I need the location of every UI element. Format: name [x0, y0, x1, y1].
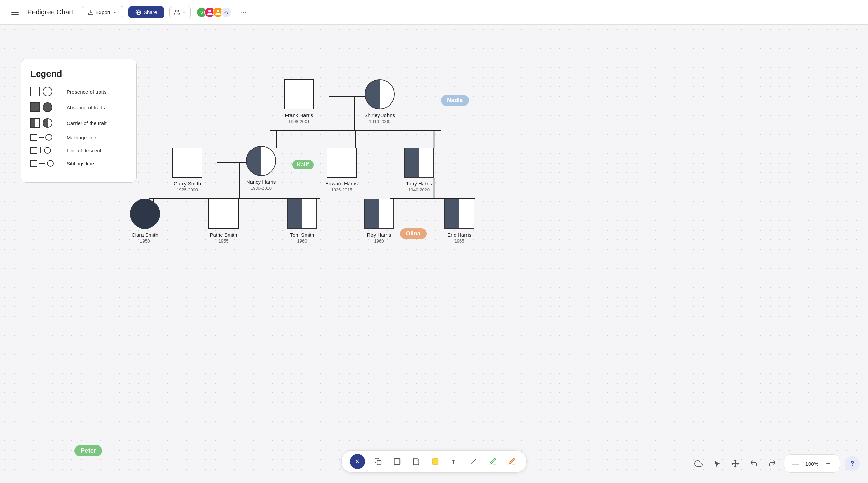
users-icon [174, 9, 180, 15]
close-icon: × [355, 457, 360, 466]
share-label: Share [144, 9, 157, 15]
close-button[interactable]: × [350, 454, 365, 469]
tony-harris-shape [404, 148, 434, 178]
tom-smith-name: Tom Smith [290, 232, 314, 238]
help-label: ? [851, 460, 854, 467]
legend-sibling-circle [47, 160, 54, 167]
legend-circle-half [43, 118, 52, 128]
export-button[interactable]: Export [82, 6, 123, 18]
tom-smith-shape [287, 199, 317, 229]
bottom-right-controls: — 100% + ? [692, 454, 860, 473]
roy-harris-name: Roy Harris [367, 232, 391, 238]
cloud-button[interactable] [692, 457, 705, 470]
tony-harris-name: Tony Harris [406, 180, 432, 187]
redo-button[interactable] [765, 457, 779, 470]
zoom-in-button[interactable]: + [821, 457, 835, 470]
clara-smith-shape [130, 199, 160, 229]
pen-icon [489, 458, 497, 465]
line-icon [470, 458, 477, 465]
collab-button[interactable] [169, 6, 191, 18]
legend-square-filled [30, 102, 40, 112]
legend-square-half [30, 118, 40, 128]
edward-harris-node[interactable]: Edward Harris 1935-2015 [325, 148, 358, 192]
kalif-tag: Kalif [292, 160, 314, 169]
legend-siblings-label: Siblings line [67, 161, 94, 166]
marker-button[interactable] [506, 455, 518, 468]
svg-point-5 [217, 10, 219, 12]
legend-marriage-circle [45, 134, 52, 141]
export-label: Export [96, 9, 110, 15]
clara-smith-dates: 1950 [140, 238, 150, 244]
note-button[interactable] [410, 455, 422, 468]
legend-descent-circle [44, 147, 51, 154]
menu-button[interactable] [8, 5, 22, 19]
legend-sibling-square [30, 160, 37, 167]
legend-marriage-label: Marriage line [67, 135, 96, 140]
svg-rect-25 [377, 460, 381, 465]
eric-harris-name: Eric Harris [447, 232, 471, 238]
legend-panel: Legend Presence of traits Absence of tra… [21, 59, 137, 183]
bottom-toolbar: × T [341, 450, 527, 473]
svg-point-4 [208, 10, 211, 12]
shape-icon [393, 458, 401, 465]
hamburger-icon [11, 10, 19, 15]
tom-smith-dates: 1960 [297, 238, 307, 244]
eric-harris-node[interactable]: Eric Harris 1965 [444, 199, 474, 244]
line-button[interactable] [467, 455, 480, 468]
legend-circle-empty [43, 87, 52, 96]
legend-descent-square [30, 147, 37, 154]
help-button[interactable]: ? [845, 456, 860, 471]
more-options-button[interactable]: ⋯ [237, 6, 249, 18]
svg-rect-26 [394, 459, 400, 465]
patric-smith-node[interactable]: Patric Smith 1955 [208, 199, 239, 244]
eric-harris-dates: 1965 [455, 238, 464, 244]
eric-harris-shape [444, 199, 474, 229]
nancy-harris-node[interactable]: Nancy Harris 1930-2010 [246, 146, 276, 191]
export-icon [87, 9, 94, 15]
peter-tag: Peter [74, 445, 102, 456]
frank-harris-name: Frank Harris [285, 112, 313, 119]
roy-harris-node[interactable]: Roy Harris 1960 [364, 199, 394, 244]
shirley-johns-node[interactable]: Shirley Johns 1910-2000 [364, 79, 395, 124]
legend-siblings-line [30, 160, 54, 167]
patric-smith-name: Patric Smith [210, 232, 238, 238]
undo-button[interactable] [747, 457, 761, 470]
share-button[interactable]: Share [128, 6, 164, 18]
canvas[interactable]: Legend Presence of traits Absence of tra… [0, 25, 868, 483]
edward-harris-shape [327, 148, 357, 178]
zoom-level: 100% [805, 461, 818, 467]
cloud-icon [694, 459, 703, 468]
shirley-johns-dates: 1910-2000 [369, 119, 390, 124]
clara-smith-node[interactable]: Clara Smith 1950 [130, 199, 160, 244]
tom-smith-node[interactable]: Tom Smith 1960 [287, 199, 317, 244]
tony-harris-node[interactable]: Tony Harris 1940-2020 [404, 148, 434, 192]
svg-point-3 [175, 10, 177, 12]
garry-smith-node[interactable]: Garry Smith 1925-2000 [172, 148, 202, 192]
legend-carrier-label: Carrier of the trait [67, 120, 107, 126]
avatar-group: S +3 [196, 7, 232, 18]
frank-harris-dates: 1908-2001 [288, 119, 310, 124]
chevron-down-icon2 [181, 10, 186, 15]
tony-harris-dates: 1940-2020 [408, 187, 430, 192]
legend-descent-line [30, 147, 51, 154]
sticky-icon [432, 458, 439, 465]
legend-marriage-line [30, 134, 52, 141]
text-button[interactable]: T [448, 455, 461, 468]
zoom-out-button[interactable]: — [789, 457, 803, 470]
sticky-button[interactable] [429, 455, 442, 468]
legend-absence: Absence of traits [30, 102, 127, 112]
page-title: Pedigree Chart [27, 8, 73, 16]
pen-button[interactable] [487, 455, 499, 468]
nancy-harris-name: Nancy Harris [246, 179, 276, 185]
copy-button[interactable] [372, 455, 384, 468]
move-button[interactable] [729, 457, 742, 470]
svg-text:T: T [452, 459, 455, 465]
top-bar: Pedigree Chart Export Share S +3 ⋯ [0, 0, 868, 25]
cursor-button[interactable] [710, 457, 724, 470]
legend-descent-vline [40, 147, 41, 151]
frank-harris-node[interactable]: Frank Harris 1908-2001 [284, 79, 314, 124]
shape-button[interactable] [391, 455, 403, 468]
legend-circle-filled [43, 102, 52, 112]
legend-marriage: Marriage line [30, 134, 127, 141]
olina-tag: Olina [400, 228, 427, 239]
